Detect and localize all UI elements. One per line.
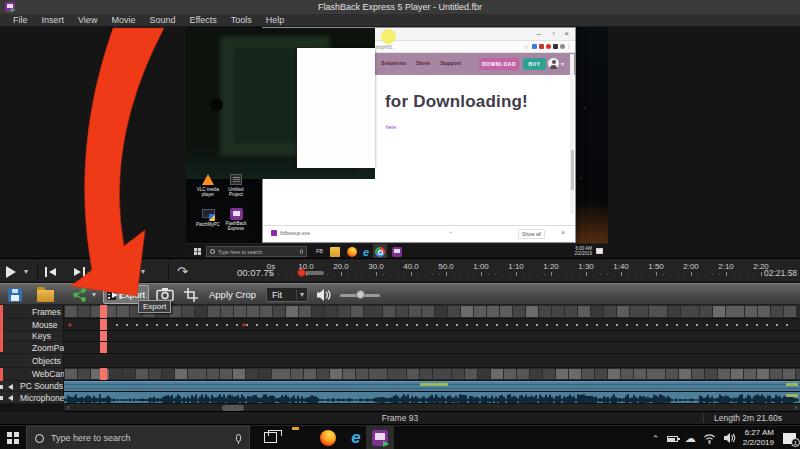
scrollbar-thumb[interactable]	[222, 405, 244, 411]
tray-expand-icon[interactable]: ⌃	[652, 434, 660, 442]
track-label-mouse[interactable]: Mouse	[0, 319, 64, 331]
track-lane-frames[interactable]	[64, 305, 800, 319]
flashback-taskbar-button[interactable]	[372, 430, 388, 446]
frame-status: Frame 93	[0, 413, 800, 423]
playhead-bar[interactable]	[100, 368, 107, 380]
status-bar: Frame 93 Length 2m 21.60s	[0, 412, 800, 425]
track-speaker-icon[interactable]	[8, 395, 13, 401]
track-lane-zoompan[interactable]	[64, 342, 800, 354]
track-lane-webcam[interactable]	[64, 368, 800, 381]
scroll-left-icon[interactable]: ‹	[67, 404, 69, 412]
track-lane-microphone[interactable]	[64, 392, 800, 404]
microphone-icon	[236, 434, 241, 442]
cursor-highlight	[381, 29, 396, 44]
ie-button[interactable]: e	[348, 430, 364, 446]
action-center-button[interactable]: 1	[783, 433, 796, 444]
tracks-panel: FramesMouseKeysZoomPanObjectsWebCamPC So…	[0, 0, 800, 449]
track-label-webcam[interactable]: WebCam	[0, 368, 64, 381]
track-label-objects[interactable]: Objects	[0, 354, 64, 368]
cortana-icon	[35, 434, 44, 443]
volume-icon[interactable]	[723, 432, 736, 444]
firefox-button[interactable]	[320, 430, 336, 446]
onedrive-icon[interactable]: ☁	[685, 433, 696, 443]
task-view-button[interactable]	[264, 432, 277, 443]
timeline-scrollbar[interactable]: ‹ ›	[64, 404, 800, 412]
wifi-icon[interactable]	[703, 433, 716, 444]
track-lane-pc-sounds[interactable]	[64, 381, 800, 392]
track-label-frames[interactable]: Frames	[0, 305, 64, 319]
notification-badge: 1	[791, 438, 800, 447]
track-speaker-icon[interactable]	[8, 384, 13, 390]
taskbar-search-box[interactable]: Type here to search	[26, 426, 250, 449]
track-lane-objects[interactable]	[64, 354, 800, 368]
playhead-bar[interactable]	[100, 342, 107, 353]
track-label-microphone[interactable]: Microphone	[0, 392, 64, 404]
flashback-player-window: FlashBack Express 5 Player - Untitled.fb…	[0, 0, 800, 449]
track-label-pc-sounds[interactable]: PC Sounds	[0, 381, 64, 392]
system-taskbar: Type here to search e ⌃ ☁ 6:27 AM 2/2/20…	[0, 425, 800, 449]
search-placeholder: Type here to search	[51, 433, 131, 443]
system-tray: ⌃ ☁ 6:27 AM 2/2/2019 1	[652, 426, 796, 449]
scroll-right-icon[interactable]: ›	[795, 404, 797, 412]
track-label-keys[interactable]: Keys	[0, 331, 64, 342]
playhead-bar[interactable]	[100, 319, 107, 330]
playhead-bar[interactable]	[100, 331, 107, 341]
track-label-zoompan[interactable]: ZoomPan	[0, 342, 64, 354]
taskbar-clock[interactable]: 6:27 AM 2/2/2019	[743, 428, 774, 448]
length-status: Length 2m 21.60s	[703, 413, 800, 423]
track-lane-keys[interactable]	[64, 331, 800, 342]
start-button[interactable]	[7, 432, 19, 444]
playhead-bar[interactable]	[100, 305, 107, 318]
export-tooltip: Export	[138, 300, 171, 313]
track-group-marker	[0, 368, 3, 381]
battery-icon[interactable]	[667, 436, 678, 442]
track-lane-mouse[interactable]	[64, 319, 800, 331]
microphone-waveform	[64, 394, 800, 404]
track-group-marker	[0, 305, 3, 352]
